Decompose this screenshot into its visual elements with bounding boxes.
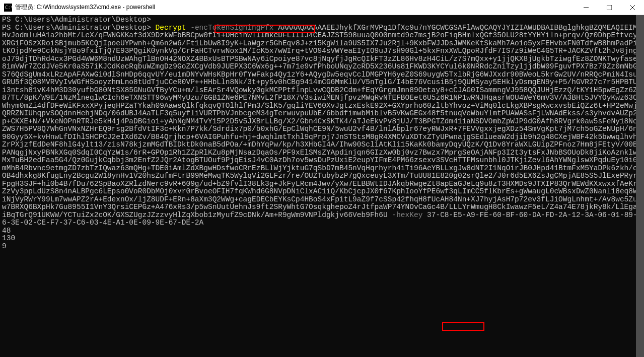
prompt-line-1: PS C:\Users\Administrator\Desktop> <box>2 16 151 24</box>
minimize-button[interactable] <box>575 0 598 15</box>
command-name: Decrypt <box>156 24 186 32</box>
terminal-content: PS C:\Users\Administrator\Desktop> PS C:… <box>2 16 642 250</box>
close-button[interactable] <box>621 0 644 15</box>
minimize-icon <box>584 5 589 10</box>
svg-text:C:\: C:\ <box>5 5 12 10</box>
titlebar-left: C:\ 管理员: C:\Windows\system32\cmd.exe - p… <box>0 3 155 12</box>
maximize-button[interactable] <box>598 0 621 15</box>
param-enctoken: -encTokenSigningPfx <box>186 24 278 32</box>
output-line-2: 130 <box>2 234 15 242</box>
scrollbar[interactable] <box>636 15 644 357</box>
window-title: 管理员: C:\Windows\system32\cmd.exe - power… <box>15 3 155 12</box>
output-line-1: 48 <box>2 227 11 235</box>
titlebar-controls <box>575 0 644 15</box>
cmd-icon: C:\ <box>4 4 12 12</box>
scrollbar-thumb[interactable] <box>636 15 644 357</box>
prompt-line-2: PS C:\Users\Administrator\Desktop> <box>2 24 156 32</box>
param-hexkey: -hexKey <box>388 211 427 219</box>
maximize-icon <box>607 5 612 10</box>
output-line-3: 9 <box>2 242 7 250</box>
titlebar: C:\ 管理员: C:\Windows\system32\cmd.exe - p… <box>0 0 644 15</box>
base64-blob: AAAAAQAAAAAEEJhykfXGrMVPq1DfXc9u7nYGCWCG… <box>2 24 641 219</box>
highlight-box-hexkey <box>442 322 484 331</box>
close-icon <box>630 5 635 10</box>
svg-rect-3 <box>607 5 612 10</box>
terminal[interactable]: PS C:\Users\Administrator\Desktop> PS C:… <box>0 15 644 357</box>
